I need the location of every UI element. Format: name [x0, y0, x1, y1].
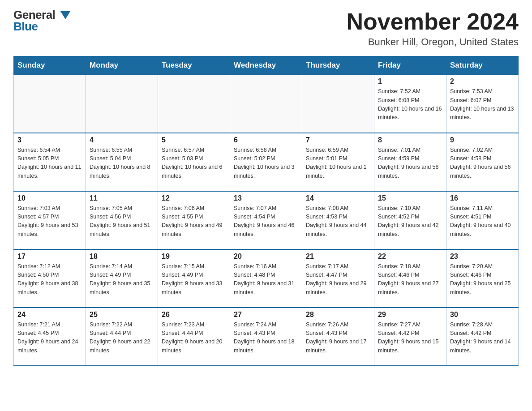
day-info: Sunrise: 7:14 AM Sunset: 4:49 PM Dayligh… [90, 262, 154, 297]
day-info: Sunrise: 7:28 AM Sunset: 4:42 PM Dayligh… [450, 321, 515, 355]
col-monday: Monday [86, 56, 158, 75]
table-row: 29Sunrise: 7:27 AM Sunset: 4:42 PM Dayli… [374, 308, 446, 366]
day-number: 26 [162, 311, 226, 319]
calendar-subtitle: Bunker Hill, Oregon, United States [347, 36, 519, 48]
day-number: 10 [17, 194, 82, 202]
calendar-header-row: Sunday Monday Tuesday Wednesday Thursday… [14, 56, 519, 75]
calendar-title: November 2024 [347, 9, 519, 34]
table-row: 10Sunrise: 7:03 AM Sunset: 4:57 PM Dayli… [14, 191, 86, 249]
day-info: Sunrise: 7:20 AM Sunset: 4:46 PM Dayligh… [450, 262, 515, 297]
title-block: November 2024 Bunker Hill, Oregon, Unite… [347, 9, 519, 48]
day-info: Sunrise: 7:10 AM Sunset: 4:52 PM Dayligh… [378, 204, 442, 239]
day-info: Sunrise: 7:03 AM Sunset: 4:57 PM Dayligh… [17, 204, 82, 239]
day-info: Sunrise: 7:18 AM Sunset: 4:46 PM Dayligh… [378, 262, 442, 297]
day-info: Sunrise: 7:06 AM Sunset: 4:55 PM Dayligh… [162, 204, 226, 239]
day-number: 17 [17, 253, 82, 261]
table-row [158, 75, 230, 133]
day-info: Sunrise: 7:02 AM Sunset: 4:58 PM Dayligh… [450, 146, 515, 181]
day-number: 15 [378, 194, 442, 202]
day-info: Sunrise: 7:15 AM Sunset: 4:49 PM Dayligh… [162, 262, 226, 297]
col-friday: Friday [374, 56, 446, 75]
day-info: Sunrise: 7:24 AM Sunset: 4:43 PM Dayligh… [234, 321, 298, 355]
day-info: Sunrise: 6:54 AM Sunset: 5:05 PM Dayligh… [17, 146, 82, 181]
day-info: Sunrise: 6:55 AM Sunset: 5:04 PM Dayligh… [90, 146, 154, 181]
day-info: Sunrise: 7:26 AM Sunset: 4:43 PM Dayligh… [306, 321, 370, 355]
day-info: Sunrise: 7:08 AM Sunset: 4:53 PM Dayligh… [306, 204, 370, 239]
table-row: 26Sunrise: 7:23 AM Sunset: 4:44 PM Dayli… [158, 308, 230, 366]
logo-general: General [13, 9, 55, 21]
col-sunday: Sunday [14, 56, 86, 75]
page-header: General Blue November 2024 Bunker Hill, … [13, 9, 519, 48]
day-info: Sunrise: 7:17 AM Sunset: 4:47 PM Dayligh… [306, 262, 370, 297]
calendar-week-row: 1Sunrise: 7:52 AM Sunset: 6:08 PM Daylig… [14, 75, 519, 133]
logo-triangle-icon [60, 11, 70, 19]
table-row: 8Sunrise: 7:01 AM Sunset: 4:59 PM Daylig… [374, 133, 446, 191]
col-wednesday: Wednesday [230, 56, 302, 75]
table-row: 15Sunrise: 7:10 AM Sunset: 4:52 PM Dayli… [374, 191, 446, 249]
day-info: Sunrise: 7:27 AM Sunset: 4:42 PM Dayligh… [378, 321, 442, 355]
table-row: 27Sunrise: 7:24 AM Sunset: 4:43 PM Dayli… [230, 308, 302, 366]
col-thursday: Thursday [302, 56, 374, 75]
day-info: Sunrise: 7:53 AM Sunset: 6:07 PM Dayligh… [450, 87, 515, 122]
day-number: 23 [450, 253, 515, 261]
day-number: 30 [450, 311, 515, 319]
table-row: 19Sunrise: 7:15 AM Sunset: 4:49 PM Dayli… [158, 249, 230, 308]
day-number: 16 [450, 194, 515, 202]
day-info: Sunrise: 6:57 AM Sunset: 5:03 PM Dayligh… [162, 146, 226, 181]
table-row [14, 75, 86, 133]
day-number: 5 [162, 136, 226, 144]
day-info: Sunrise: 7:11 AM Sunset: 4:51 PM Dayligh… [450, 204, 515, 239]
day-number: 13 [234, 194, 298, 202]
table-row: 30Sunrise: 7:28 AM Sunset: 4:42 PM Dayli… [446, 308, 519, 366]
table-row: 6Sunrise: 6:58 AM Sunset: 5:02 PM Daylig… [230, 133, 302, 191]
calendar-week-row: 10Sunrise: 7:03 AM Sunset: 4:57 PM Dayli… [14, 191, 519, 249]
day-number: 25 [90, 311, 154, 319]
day-number: 9 [450, 136, 515, 144]
table-row: 14Sunrise: 7:08 AM Sunset: 4:53 PM Dayli… [302, 191, 374, 249]
day-number: 14 [306, 194, 370, 202]
table-row: 18Sunrise: 7:14 AM Sunset: 4:49 PM Dayli… [86, 249, 158, 308]
day-number: 11 [90, 194, 154, 202]
day-number: 27 [234, 311, 298, 319]
table-row: 1Sunrise: 7:52 AM Sunset: 6:08 PM Daylig… [374, 75, 446, 133]
day-number: 21 [306, 253, 370, 261]
svg-marker-0 [60, 11, 70, 19]
col-tuesday: Tuesday [158, 56, 230, 75]
table-row [302, 75, 374, 133]
table-row: 12Sunrise: 7:06 AM Sunset: 4:55 PM Dayli… [158, 191, 230, 249]
table-row: 4Sunrise: 6:55 AM Sunset: 5:04 PM Daylig… [86, 133, 158, 191]
day-number: 2 [450, 77, 515, 86]
day-number: 12 [162, 194, 226, 202]
day-number: 8 [378, 136, 442, 144]
day-number: 19 [162, 253, 226, 261]
table-row: 11Sunrise: 7:05 AM Sunset: 4:56 PM Dayli… [86, 191, 158, 249]
table-row: 3Sunrise: 6:54 AM Sunset: 5:05 PM Daylig… [14, 133, 86, 191]
calendar-week-row: 24Sunrise: 7:21 AM Sunset: 4:45 PM Dayli… [14, 308, 519, 366]
table-row: 24Sunrise: 7:21 AM Sunset: 4:45 PM Dayli… [14, 308, 86, 366]
day-info: Sunrise: 7:16 AM Sunset: 4:48 PM Dayligh… [234, 262, 298, 297]
day-info: Sunrise: 7:07 AM Sunset: 4:54 PM Dayligh… [234, 204, 298, 239]
day-number: 28 [306, 311, 370, 319]
day-number: 3 [17, 136, 82, 144]
day-number: 1 [378, 77, 442, 86]
table-row: 21Sunrise: 7:17 AM Sunset: 4:47 PM Dayli… [302, 249, 374, 308]
day-info: Sunrise: 7:52 AM Sunset: 6:08 PM Dayligh… [378, 87, 442, 122]
table-row: 23Sunrise: 7:20 AM Sunset: 4:46 PM Dayli… [446, 249, 519, 308]
day-number: 24 [17, 311, 82, 319]
day-number: 20 [234, 253, 298, 261]
day-number: 7 [306, 136, 370, 144]
day-info: Sunrise: 7:12 AM Sunset: 4:50 PM Dayligh… [17, 262, 82, 297]
calendar-week-row: 17Sunrise: 7:12 AM Sunset: 4:50 PM Dayli… [14, 249, 519, 308]
day-info: Sunrise: 7:05 AM Sunset: 4:56 PM Dayligh… [90, 204, 154, 239]
calendar-table: Sunday Monday Tuesday Wednesday Thursday… [13, 56, 519, 366]
day-number: 6 [234, 136, 298, 144]
day-info: Sunrise: 6:59 AM Sunset: 5:01 PM Dayligh… [306, 146, 370, 181]
col-saturday: Saturday [446, 56, 519, 75]
day-number: 29 [378, 311, 442, 319]
table-row: 5Sunrise: 6:57 AM Sunset: 5:03 PM Daylig… [158, 133, 230, 191]
table-row: 20Sunrise: 7:16 AM Sunset: 4:48 PM Dayli… [230, 249, 302, 308]
table-row [86, 75, 158, 133]
table-row: 7Sunrise: 6:59 AM Sunset: 5:01 PM Daylig… [302, 133, 374, 191]
table-row: 16Sunrise: 7:11 AM Sunset: 4:51 PM Dayli… [446, 191, 519, 249]
table-row: 25Sunrise: 7:22 AM Sunset: 4:44 PM Dayli… [86, 308, 158, 366]
